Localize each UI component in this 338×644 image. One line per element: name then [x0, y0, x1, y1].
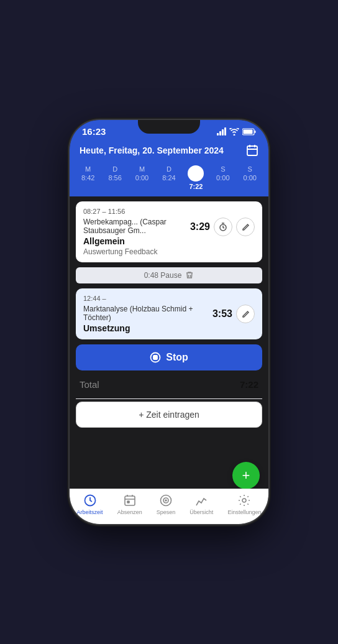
nav-absenzen-label: Absenzen	[117, 509, 142, 515]
timer-icon	[219, 223, 227, 231]
entry2-client: Marktanalyse (Holzbau Schmid + Töchter)	[83, 305, 212, 322]
delete-icon[interactable]	[185, 271, 194, 280]
calendar-nav-icon	[122, 493, 137, 508]
status-time: 16:23	[82, 126, 106, 137]
nav-ubersicht-label: Übersicht	[190, 509, 213, 515]
nav-einstellungen[interactable]: Einstellungen	[227, 493, 261, 515]
svg-rect-3	[247, 146, 257, 155]
add-time-button[interactable]: + Zeit eintragen	[76, 402, 262, 428]
entry-card-2: 12:44 – Marktanalyse (Holzbau Schmid + T…	[76, 288, 262, 339]
day-sat[interactable]: S 0:00	[212, 165, 234, 190]
calendar-icon[interactable]	[246, 144, 258, 157]
entry2-project: Umsetzung	[83, 323, 212, 333]
total-label: Total	[80, 379, 99, 390]
battery-icon	[242, 128, 256, 136]
spesen-icon	[158, 493, 173, 508]
header: Heute, Freitag, 20. September 2024	[70, 140, 268, 163]
svg-rect-1	[244, 129, 253, 134]
entry-card-1: 08:27 – 11:56 Werbekampag... (Caspar Sta…	[76, 201, 262, 262]
edit-icon	[242, 223, 250, 231]
add-time-label: + Zeit eintragen	[139, 410, 199, 420]
screen-body: 16:23	[70, 120, 268, 524]
signal-icon	[217, 127, 226, 136]
nav-ubersicht[interactable]: Übersicht	[190, 493, 213, 515]
notch	[138, 120, 200, 134]
total-value: 7:22	[240, 379, 258, 390]
stop-label: Stop	[166, 352, 188, 363]
stop-button[interactable]: Stop	[76, 344, 262, 370]
total-row: Total 7:22	[70, 370, 268, 398]
entry2-duration: 3:53	[212, 308, 232, 320]
day-sun[interactable]: S 0:00	[239, 165, 260, 190]
svg-rect-9	[127, 501, 129, 503]
svg-point-12	[165, 500, 167, 501]
chart-icon	[194, 493, 209, 508]
header-title: Heute, Freitag, 20. September 2024	[80, 145, 224, 155]
nav-einstellungen-label: Einstellungen	[227, 509, 261, 515]
svg-rect-6	[153, 356, 157, 359]
nav-spesen[interactable]: Spesen	[157, 493, 176, 515]
entry1-edit-btn[interactable]	[236, 218, 255, 236]
day-thu[interactable]: D 8:24	[158, 165, 180, 190]
nav-absenzen[interactable]: Absenzen	[117, 493, 142, 515]
entry2-time-range: 12:44 –	[83, 295, 255, 302]
nav-arbeitszeit-label: Arbeitszeit	[77, 509, 103, 515]
entry2-edit-btn[interactable]	[236, 305, 255, 323]
bottom-nav: Arbeitszeit Absenzen	[70, 489, 268, 524]
pause-text: 0:48 Pause	[144, 271, 182, 280]
clock-icon	[83, 493, 98, 508]
entry1-project: Allgemein	[83, 236, 190, 246]
pause-bar: 0:48 Pause	[76, 267, 262, 283]
svg-rect-8	[125, 496, 135, 505]
entry2-info: Marktanalyse (Holzbau Schmid + Töchter) …	[83, 305, 212, 333]
fab-button[interactable]: +	[232, 462, 260, 489]
entry2-header: Marktanalyse (Holzbau Schmid + Töchter) …	[83, 305, 255, 333]
svg-rect-2	[255, 131, 256, 133]
stop-circle-icon	[150, 352, 161, 363]
fab-icon: +	[242, 467, 250, 484]
entry1-duration: 3:29	[190, 221, 210, 232]
edit-icon-2	[242, 310, 250, 318]
entry1-time-range: 08:27 – 11:56	[83, 208, 255, 215]
day-fri[interactable]: F 7:22	[185, 165, 206, 190]
divider-total	[76, 398, 262, 399]
week-row: M 8:42 D 8:56 M 0:00 D 8:24 F 7:22	[70, 163, 268, 196]
day-mon[interactable]: M 8:42	[78, 165, 99, 190]
entry1-info: Werbekampag... (Caspar Staubsauger Gm...…	[83, 218, 190, 256]
nav-arbeitszeit[interactable]: Arbeitszeit	[77, 493, 103, 515]
entry2-right: 3:53	[212, 305, 255, 323]
status-icons	[217, 127, 256, 136]
entry1-header: Werbekampag... (Caspar Staubsauger Gm...…	[83, 218, 255, 256]
entry1-tag: Auswertung Feedback	[83, 247, 190, 256]
day-tue[interactable]: D 8:56	[104, 165, 126, 190]
svg-point-13	[242, 499, 246, 502]
day-wed[interactable]: M 0:00	[132, 165, 153, 190]
entry1-right: 3:29	[190, 218, 255, 236]
nav-spesen-label: Spesen	[157, 509, 176, 515]
entry1-timer-btn[interactable]	[214, 218, 232, 236]
settings-icon	[237, 493, 252, 508]
entry1-client: Werbekampag... (Caspar Staubsauger Gm...	[83, 218, 190, 235]
phone-frame: 16:23	[70, 120, 268, 524]
wifi-icon	[229, 128, 239, 136]
